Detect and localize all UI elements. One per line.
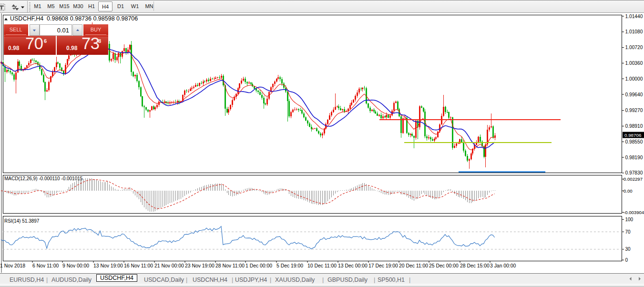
svg-text:1 Nov 2018: 1 Nov 2018 — [0, 263, 25, 268]
svg-text:23 Nov 19:00: 23 Nov 19:00 — [185, 263, 215, 268]
svg-text:MACD(12,26,9) -0.000110 -0.001: MACD(12,26,9) -0.000110 -0.001015 — [4, 176, 83, 181]
svg-text:0: 0 — [625, 257, 628, 263]
svg-text:70: 70 — [625, 229, 631, 235]
svg-text:1.01440: 1.01440 — [625, 14, 643, 19]
svg-text:-0.003904: -0.003904 — [624, 210, 644, 215]
svg-text:0.98550: 0.98550 — [625, 139, 643, 144]
svg-text:0.98190: 0.98190 — [625, 155, 643, 160]
svg-text:28 Dec 15:00: 28 Dec 15:00 — [460, 263, 490, 268]
svg-text:0.99270: 0.99270 — [625, 108, 643, 113]
svg-text:17 Dec 19:00: 17 Dec 19:00 — [368, 263, 398, 268]
svg-text:16 Nov 11:00: 16 Nov 11:00 — [124, 263, 153, 268]
svg-text:28 Nov 11:00: 28 Nov 11:00 — [215, 263, 245, 268]
svg-text:25 Dec 00:00: 25 Dec 00:00 — [429, 263, 459, 268]
svg-text:USDCHF,H4 0.98608 0.98736 0.9: USDCHF,H4 0.98608 0.98736 0.98598 0.9870… — [10, 15, 138, 22]
svg-text:13 Dec 00:00: 13 Dec 00:00 — [338, 263, 368, 268]
svg-text:1.01080: 1.01080 — [625, 29, 643, 34]
svg-text:13 Nov 19:00: 13 Nov 19:00 — [93, 263, 123, 268]
svg-text:0.99640: 0.99640 — [625, 92, 643, 97]
svg-text:0.98706: 0.98706 — [624, 133, 642, 138]
svg-text:1.00360: 1.00360 — [625, 61, 643, 66]
svg-text:5 Dec 19:00: 5 Dec 19:00 — [276, 263, 303, 268]
svg-text:0.97830: 0.97830 — [625, 170, 643, 175]
svg-text:20 Dec 11:00: 20 Dec 11:00 — [399, 263, 428, 268]
svg-text:100: 100 — [625, 217, 634, 222]
svg-text:3 Jan 00:00: 3 Jan 00:00 — [490, 263, 516, 268]
svg-text:30: 30 — [625, 246, 631, 252]
svg-text:10 Dec 11:00: 10 Dec 11:00 — [307, 263, 337, 268]
svg-text:RSI(14) 51.3897: RSI(14) 51.3897 — [4, 218, 40, 224]
svg-text:1.00000: 1.00000 — [625, 76, 643, 82]
svg-text:1 Dec 00:00: 1 Dec 00:00 — [245, 263, 272, 268]
svg-text:0.98910: 0.98910 — [625, 123, 643, 129]
svg-text:1.00720: 1.00720 — [625, 45, 643, 50]
svg-text:21 Nov 00:00: 21 Nov 00:00 — [154, 263, 184, 268]
svg-text:9 Nov 00:00: 9 Nov 00:00 — [62, 263, 89, 268]
svg-text:0.002297: 0.002297 — [624, 176, 643, 182]
svg-text:6 Nov 11:00: 6 Nov 11:00 — [32, 263, 59, 268]
svg-text:0.00: 0.00 — [624, 188, 633, 194]
